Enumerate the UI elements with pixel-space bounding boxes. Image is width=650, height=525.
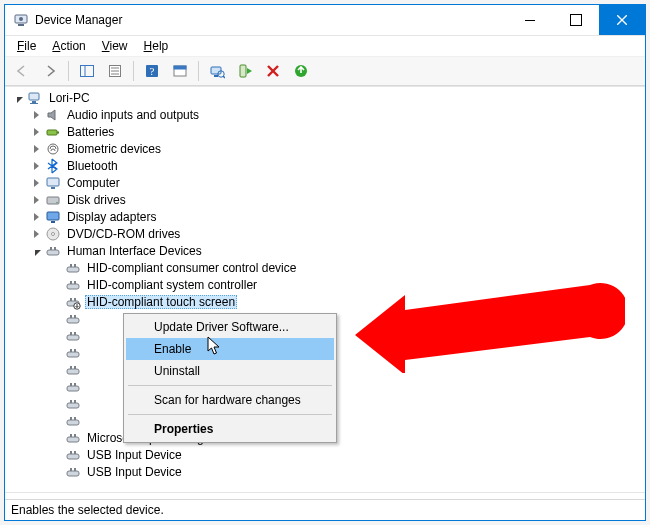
- show-hide-console-tree-button[interactable]: [74, 59, 100, 83]
- menu-action[interactable]: Action: [44, 37, 93, 55]
- device-hid-consumer[interactable]: HID-compliant consumer control device: [7, 259, 645, 276]
- expander-icon[interactable]: [29, 227, 43, 241]
- svg-rect-68: [67, 420, 79, 425]
- device-hid-system-controller[interactable]: HID-compliant system controller: [7, 276, 645, 293]
- menu-file[interactable]: File: [9, 37, 44, 55]
- hid-icon: [65, 328, 81, 344]
- category-computer[interactable]: Computer: [7, 174, 645, 191]
- expander-icon[interactable]: [11, 91, 25, 105]
- category-biometric[interactable]: Biometric devices: [7, 140, 645, 157]
- svg-rect-25: [30, 103, 38, 104]
- expander-icon[interactable]: [29, 108, 43, 122]
- svg-rect-34: [51, 221, 55, 223]
- menu-view[interactable]: View: [94, 37, 136, 55]
- expander-icon[interactable]: [29, 244, 43, 258]
- update-driver-button[interactable]: [288, 59, 314, 83]
- svg-rect-54: [70, 332, 72, 335]
- context-menu-separator: [128, 414, 332, 415]
- svg-rect-27: [57, 131, 59, 133]
- svg-rect-26: [47, 130, 57, 135]
- svg-rect-50: [67, 318, 79, 323]
- device-usb-input-2[interactable]: USB Input Device: [7, 463, 645, 480]
- category-batteries[interactable]: Batteries: [7, 123, 645, 140]
- ctx-uninstall[interactable]: Uninstall: [126, 360, 334, 382]
- menubar[interactable]: File Action View Help: [5, 36, 645, 57]
- titlebar[interactable]: Device Manager: [5, 5, 645, 36]
- svg-rect-1: [18, 24, 24, 26]
- svg-point-36: [52, 232, 55, 235]
- properties-button[interactable]: [102, 59, 128, 83]
- scan-hardware-button[interactable]: [204, 59, 230, 83]
- display-adapter-icon: [45, 209, 61, 225]
- expander-icon[interactable]: [29, 159, 43, 173]
- context-menu[interactable]: Update Driver Software...EnableUninstall…: [123, 313, 337, 443]
- expander-icon[interactable]: [29, 176, 43, 190]
- svg-rect-56: [67, 352, 79, 357]
- toolbar-separator: [133, 61, 134, 81]
- forward-button[interactable]: [37, 59, 63, 83]
- svg-rect-55: [74, 332, 76, 335]
- monitor-icon: [45, 175, 61, 191]
- tree-item-label: Human Interface Devices: [65, 244, 204, 258]
- hid-icon: [65, 464, 81, 480]
- category-dvd[interactable]: DVD/CD-ROM drives: [7, 225, 645, 242]
- category-disk-drives[interactable]: Disk drives: [7, 191, 645, 208]
- category-hid[interactable]: Human Interface Devices: [7, 242, 645, 259]
- svg-rect-77: [67, 471, 79, 476]
- optical-drive-icon: [45, 226, 61, 242]
- category-display[interactable]: Display adapters: [7, 208, 645, 225]
- tree-item-label: Batteries: [65, 125, 116, 139]
- tree-item-label: DVD/CD-ROM drives: [65, 227, 182, 241]
- hid-disabled-icon: [65, 294, 81, 310]
- ctx-scan-hardware[interactable]: Scan for hardware changes: [126, 389, 334, 411]
- hid-icon: [65, 379, 81, 395]
- status-text: Enables the selected device.: [11, 503, 164, 517]
- svg-rect-43: [67, 284, 79, 289]
- svg-rect-48: [74, 298, 76, 301]
- category-bluetooth[interactable]: Bluetooth: [7, 157, 645, 174]
- close-button[interactable]: [599, 5, 645, 35]
- ctx-enable[interactable]: Enable: [126, 338, 334, 360]
- maximize-button[interactable]: [553, 5, 599, 35]
- root-computer[interactable]: Lori-PC: [7, 89, 645, 106]
- toolbar-separator: [68, 61, 69, 81]
- expander-icon[interactable]: [29, 210, 43, 224]
- back-button[interactable]: [9, 59, 35, 83]
- svg-rect-23: [29, 93, 39, 100]
- category-audio[interactable]: Audio inputs and outputs: [7, 106, 645, 123]
- uninstall-button[interactable]: [260, 59, 286, 83]
- hid-icon: [65, 447, 81, 463]
- bluetooth-icon: [45, 158, 61, 174]
- minimize-button[interactable]: [507, 5, 553, 35]
- window-title: Device Manager: [35, 13, 122, 27]
- svg-rect-76: [74, 451, 76, 454]
- ctx-properties[interactable]: Properties: [126, 418, 334, 440]
- context-menu-separator: [128, 385, 332, 386]
- svg-rect-74: [67, 454, 79, 459]
- expander-icon[interactable]: [29, 142, 43, 156]
- ctx-update-driver[interactable]: Update Driver Software...: [126, 316, 334, 338]
- help-button[interactable]: ?: [139, 59, 165, 83]
- expander-icon[interactable]: [29, 193, 43, 207]
- svg-rect-65: [67, 403, 79, 408]
- hid-icon: [65, 362, 81, 378]
- enable-button[interactable]: [232, 59, 258, 83]
- device-hid-touch-screen[interactable]: HID-compliant touch screen: [7, 293, 645, 310]
- hid-icon: [45, 243, 61, 259]
- svg-rect-47: [70, 298, 72, 301]
- svg-rect-53: [67, 335, 79, 340]
- tree-item-label: HID-compliant system controller: [85, 278, 259, 292]
- svg-rect-51: [70, 315, 72, 318]
- svg-rect-30: [51, 187, 55, 189]
- svg-rect-33: [47, 212, 59, 220]
- svg-rect-5: [81, 66, 94, 77]
- status-gap: [5, 492, 645, 499]
- battery-icon: [45, 124, 61, 140]
- expander-icon[interactable]: [29, 125, 43, 139]
- svg-rect-24: [32, 101, 36, 103]
- tree-item-label: HID-compliant touch screen: [85, 295, 237, 309]
- properties2-button[interactable]: [167, 59, 193, 83]
- menu-help[interactable]: Help: [136, 37, 177, 55]
- device-usb-input-1[interactable]: USB Input Device: [7, 446, 645, 463]
- toolbar: ?: [5, 57, 645, 86]
